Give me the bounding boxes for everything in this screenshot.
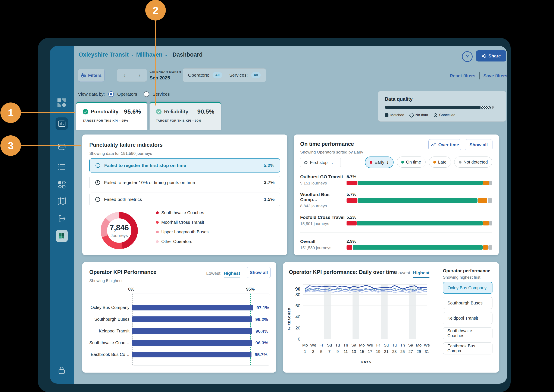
otp-operator-name: Foxfold Cross Travel <box>300 215 347 220</box>
annotation-badge-2: 2 <box>145 0 166 21</box>
tab-punctuality[interactable]: Punctuality 95.6% TARGET FOR THIS KPI = … <box>76 102 147 130</box>
svg-text:Mo: Mo <box>302 343 308 347</box>
filters-button[interactable]: Filters <box>78 69 105 82</box>
donut-legend-item: Moorhall Cross Transit <box>156 220 208 225</box>
data-quality-nodata-segment <box>481 106 491 109</box>
share-button[interactable]: Share <box>476 50 506 62</box>
filter-divider <box>226 71 226 79</box>
nav-logout[interactable] <box>57 214 66 223</box>
services-filter-value[interactable]: All <box>251 72 261 78</box>
kpi-bar-label: Eastbrook Bus Co… <box>84 352 129 357</box>
otp-bar-segment <box>489 181 492 185</box>
tab-reliability[interactable]: Reliability 90.5% TARGET FOR THIS KPI = … <box>149 102 221 130</box>
reset-filters-link[interactable]: Reset filters <box>450 73 475 78</box>
failure-indicator-row[interactable]: Failed both metrics1.5% <box>89 193 280 206</box>
failure-indicator-row[interactable]: Failed to register 10% of timing points … <box>89 176 280 189</box>
alert-icon <box>95 163 100 168</box>
operator-button[interactable]: Southburgh Buses <box>443 297 492 309</box>
next-month-button[interactable]: › <box>132 69 147 82</box>
donut-value: 7,846 <box>110 223 129 232</box>
kpi-bar-label: Oxley Bus Company <box>84 305 129 310</box>
svg-text:Sa: Sa <box>351 343 356 347</box>
status-pill-on-time[interactable]: On time <box>397 156 426 168</box>
daily-over-time-panel: Operator KPI performance: Daily over tim… <box>283 262 499 373</box>
tab-punctuality-label: Punctuality <box>91 109 118 115</box>
legend-label: Moorhall Cross Transit <box>161 220 204 225</box>
svg-text:80: 80 <box>296 292 300 297</box>
otp-stacked-bar <box>347 198 492 203</box>
data-quality-legend: Matched No data Cancelled <box>385 113 455 117</box>
operator-button[interactable]: Oxley Bus Company <box>443 282 492 294</box>
svg-text:90: 90 <box>295 286 300 292</box>
failure-indicator-row[interactable]: Failed to register the first stop on tim… <box>89 158 280 173</box>
nav-dashboard-active[interactable] <box>56 117 68 130</box>
status-pill-late[interactable]: Late <box>429 156 451 168</box>
legend-label: Souththwaite Coaches <box>161 210 204 215</box>
lock-icon <box>57 366 66 375</box>
operator-button[interactable]: Eastbrook Bus Compa… <box>443 343 492 354</box>
save-filters-link[interactable]: Save filters <box>483 73 507 78</box>
otp-operator-journeys: 8,843 journeys <box>300 204 347 208</box>
over-time-button[interactable]: Over time <box>428 139 461 150</box>
operator-button[interactable]: Souththwaite Coaches <box>443 327 492 339</box>
nav-categories[interactable] <box>57 180 66 189</box>
operator-performance-subtitle: Showing highest first <box>443 275 480 280</box>
otp-stacked-bar <box>347 221 492 225</box>
otp-operator-journeys: 9,151 journeys <box>300 181 347 186</box>
breadcrumb: Oxleyshire Transit ⌄ Millhaven ⌄ Dashboa… <box>79 51 203 58</box>
otp-bar-segment <box>489 221 492 225</box>
operator-button[interactable]: Keldpool Transit <box>443 312 492 324</box>
calendar-month-value[interactable]: Sep 2025 <box>149 75 170 81</box>
nav-vehicles[interactable] <box>57 142 66 152</box>
help-label: ? <box>466 54 469 60</box>
svg-text:27: 27 <box>408 349 413 354</box>
failure-row-value: 1.5% <box>264 197 275 202</box>
active-filters-box: Operators: All Services: All <box>183 68 266 82</box>
pill-label: On time <box>406 160 421 165</box>
radio-operators[interactable] <box>108 91 114 97</box>
weekend-band <box>324 284 331 339</box>
daily-highest-toggle[interactable]: Highest <box>413 270 429 278</box>
svg-text:15: 15 <box>360 349 364 354</box>
screenshot-stage: Oxleyshire Transit ⌄ Millhaven ⌄ Dashboa… <box>0 0 554 392</box>
nav-list[interactable] <box>57 163 66 171</box>
otp-bar-segment <box>488 245 492 250</box>
prev-month-button[interactable]: ‹ <box>117 69 132 82</box>
daily-lowest-toggle[interactable]: Lowest <box>396 270 410 275</box>
lock-icon <box>57 366 66 375</box>
status-pill-early[interactable]: Early↓ <box>365 156 394 168</box>
data-quality-panel: Data quality Matched No data Cancelled <box>378 91 506 122</box>
nav-map[interactable] <box>57 197 66 206</box>
operators-filter-value[interactable]: All <box>213 72 222 78</box>
annotation-line-1 <box>21 112 75 113</box>
first-stop-dropdown[interactable]: First stop ⌄ <box>300 157 341 168</box>
breadcrumb-area[interactable]: Millhaven <box>136 51 162 58</box>
kpi-bar-chart: 0%95%Oxley Bus Company97.1%Southburgh Bu… <box>82 262 276 373</box>
kpi-bar-label: Southburgh Buses <box>84 317 129 322</box>
svg-text:21: 21 <box>384 349 388 354</box>
svg-text:Fr: Fr <box>376 343 380 347</box>
view-data-by-label: View data by: <box>78 91 105 97</box>
kpi-bar-label: Souththwaite Coac… <box>84 340 129 345</box>
chevron-down-icon[interactable]: ⌄ <box>131 52 134 57</box>
svg-text:11: 11 <box>344 349 348 354</box>
chevron-down-icon[interactable]: ⌄ <box>164 52 168 57</box>
axis-0-label: 0% <box>128 287 134 292</box>
breadcrumb-org[interactable]: Oxleyshire Transit <box>79 51 129 58</box>
kpi-bar-label: Keldpool Transit <box>84 329 129 334</box>
nav-app-shortcut[interactable] <box>56 230 68 242</box>
help-button[interactable]: ? <box>462 51 473 62</box>
otp-operator-row: Overall151,580 journeys2.9% <box>300 239 492 250</box>
radio-operators-label[interactable]: Operators <box>117 91 137 97</box>
otp-show-all-button[interactable]: Show all <box>465 139 492 150</box>
map-icon <box>57 197 66 206</box>
status-pill-not-detected[interactable]: Not detected <box>454 156 492 168</box>
tab-reliability-value: 90.5% <box>197 108 214 115</box>
daily-chart-title: Operator KPI performance: Daily over tim… <box>289 269 397 275</box>
kpi-bar <box>132 305 253 310</box>
page-title: Dashboard <box>172 51 203 58</box>
radio-services[interactable] <box>144 91 149 97</box>
cancelled-icon <box>434 113 437 117</box>
failure-panel-subtitle: Showing data for 151,580 journeys <box>89 151 152 156</box>
legend-dot-icon <box>156 211 159 214</box>
